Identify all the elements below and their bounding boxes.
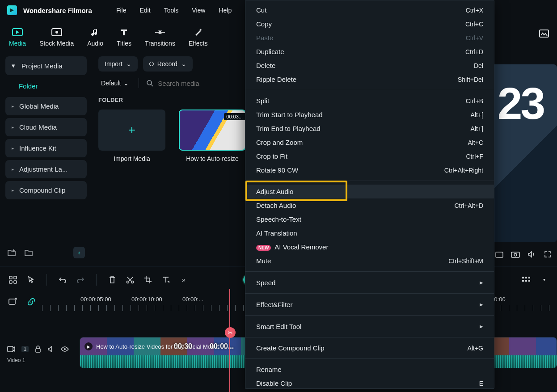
search-input[interactable] <box>158 80 238 87</box>
undo-icon[interactable] <box>58 275 68 285</box>
tab-audio-label: Audio <box>87 40 103 47</box>
chevron-down-icon: ⌄ <box>126 60 131 67</box>
sidebar-compound-clip[interactable]: ▸ Compound Clip <box>5 181 87 199</box>
ctx-effect-filter[interactable]: Effect&Filter▸ <box>245 297 494 312</box>
split-icon[interactable] <box>125 275 135 285</box>
stock-media-icon <box>51 27 63 37</box>
divider <box>139 78 139 88</box>
add-track-button[interactable] <box>5 295 21 308</box>
tab-stock-media[interactable]: Stock Media <box>39 27 74 47</box>
transitions-icon <box>154 27 166 37</box>
fullscreen-icon[interactable] <box>543 249 553 259</box>
clip-timecode: 00:00... <box>210 342 234 350</box>
sidebar-project-media[interactable]: ▾ Project Media <box>5 56 87 75</box>
sort-label: Default <box>101 80 121 87</box>
record-button[interactable]: Record ⌄ <box>143 56 193 72</box>
ctx-mute[interactable]: MuteCtrl+Shift+M <box>245 254 494 268</box>
ruler-mark: 00:00:10:00 <box>131 296 162 303</box>
collapse-sidebar-button[interactable]: ‹ <box>73 247 85 258</box>
svg-point-23 <box>64 348 66 350</box>
ctx-speech-to-text[interactable]: Speech-to-Text <box>245 212 494 226</box>
folder-icon[interactable] <box>24 249 33 257</box>
media-clip-tile[interactable]: 00:03... How to Auto-resize <box>179 110 246 162</box>
menu-tools[interactable]: Tools <box>164 7 179 14</box>
crop-icon[interactable] <box>143 275 153 285</box>
camera-icon[interactable] <box>511 249 520 259</box>
media-sidebar: ▾ Project Media Folder ▸ Global Media ▸ … <box>0 54 92 266</box>
preview-overlay-number: 23 <box>498 78 544 129</box>
lock-icon[interactable] <box>35 346 41 353</box>
ruler-mark: 00:00:05:00 <box>80 296 111 303</box>
tab-effects[interactable]: Effects <box>189 27 208 47</box>
svg-rect-10 <box>9 281 12 283</box>
ctx-rotate[interactable]: Rotate 90 CWCtrl+Alt+Right <box>245 163 494 177</box>
ctx-rename[interactable]: Rename <box>245 362 494 376</box>
display-mode-icon[interactable] <box>539 30 549 38</box>
video-track-icon[interactable] <box>7 346 15 352</box>
visibility-icon[interactable] <box>61 346 69 352</box>
tab-titles[interactable]: Titles <box>117 27 131 47</box>
ctx-speed[interactable]: Speed▸ <box>245 275 494 290</box>
ctx-cut[interactable]: CutCtrl+X <box>245 3 494 17</box>
ctx-disable-clip[interactable]: Disable ClipE <box>245 376 494 389</box>
menu-help[interactable]: Help <box>219 7 232 14</box>
svg-point-7 <box>514 253 517 256</box>
chevron-right-icon: ▸ <box>12 104 14 109</box>
menu-view[interactable]: View <box>192 7 205 14</box>
sidebar-influence-kit[interactable]: ▸ Influence Kit <box>5 139 87 157</box>
menu-edit[interactable]: Edit <box>140 7 151 14</box>
ctx-split[interactable]: SplitCtrl+B <box>245 94 494 108</box>
ctx-trim-end[interactable]: Trim End to PlayheadAlt+] <box>245 122 494 135</box>
svg-point-4 <box>147 80 152 85</box>
ctx-ai-vocal-remover[interactable]: NEWAI Vocal Remover <box>245 240 494 254</box>
view-mode-icon[interactable] <box>521 275 531 285</box>
svg-rect-17 <box>522 280 524 282</box>
chevron-down-icon: ⌄ <box>181 60 186 67</box>
sidebar-adjustment-layer[interactable]: ▸ Adjustment La... <box>5 160 87 178</box>
sidebar-global-media[interactable]: ▸ Global Media <box>5 97 87 115</box>
sidebar-cloud-media[interactable]: ▸ Cloud Media <box>5 118 87 136</box>
ctx-ai-translation[interactable]: AI Translation <box>245 226 494 240</box>
redo-icon[interactable] <box>76 275 85 285</box>
playhead[interactable]: ✂ <box>226 289 227 392</box>
ctx-adjust-audio[interactable]: Adjust Audio <box>245 185 494 198</box>
ctx-crop-zoom[interactable]: Crop and ZoomAlt+C <box>245 135 494 149</box>
import-media-tile[interactable]: + Import Media <box>98 110 165 162</box>
ctx-detach-audio[interactable]: Detach AudioCtrl+Alt+D <box>245 198 494 212</box>
tab-media[interactable]: Media <box>9 27 26 47</box>
svg-rect-3 <box>540 30 549 37</box>
scissors-icon[interactable]: ✂ <box>225 327 236 338</box>
track-label: Video 1 <box>7 357 77 363</box>
ctx-smart-edit[interactable]: Smart Edit Tool▸ <box>245 319 494 333</box>
pointer-icon[interactable] <box>26 275 36 285</box>
menu-file[interactable]: File <box>116 7 127 14</box>
sidebar-folder[interactable]: Folder <box>5 78 87 94</box>
volume-icon[interactable] <box>527 249 536 259</box>
new-folder-icon[interactable] <box>7 249 16 257</box>
sidebar-cloud-label: Cloud Media <box>19 123 57 131</box>
tab-audio[interactable]: Audio <box>87 27 103 47</box>
text-icon[interactable] <box>161 275 171 285</box>
chevron-right-icon: ▸ <box>12 167 14 172</box>
tab-transitions[interactable]: Transitions <box>145 27 175 47</box>
ctx-copy[interactable]: CopyCtrl+C <box>245 17 494 31</box>
ctx-trim-start[interactable]: Trim Start to PlayheadAlt+[ <box>245 108 494 122</box>
sidebar-adjustment-label: Adjustment La... <box>19 165 68 173</box>
import-button[interactable]: Import ⌄ <box>98 56 138 72</box>
delete-icon[interactable] <box>107 275 117 285</box>
svg-rect-6 <box>511 252 519 257</box>
mute-track-icon[interactable] <box>47 346 55 352</box>
ctx-crop-fit[interactable]: Crop to FitCtrl+F <box>245 149 494 163</box>
ctx-ripple-delete[interactable]: Ripple DeleteShift+Del <box>245 72 494 86</box>
apps-icon[interactable] <box>8 275 18 285</box>
snapshot-icon[interactable] <box>494 249 504 259</box>
more-tools-icon[interactable]: » <box>179 275 189 285</box>
link-icon[interactable] <box>27 297 36 306</box>
ctx-create-compound[interactable]: Create Compound ClipAlt+G <box>245 341 494 355</box>
sort-dropdown[interactable]: Default ⌄ <box>98 78 131 89</box>
chevron-down-icon[interactable]: ▾ <box>539 275 549 285</box>
clip-tile-label: How to Auto-resize <box>179 155 246 162</box>
ctx-duplicate[interactable]: DuplicateCtrl+D <box>245 45 494 59</box>
svg-rect-14 <box>522 277 524 278</box>
ctx-delete[interactable]: DeleteDel <box>245 59 494 72</box>
